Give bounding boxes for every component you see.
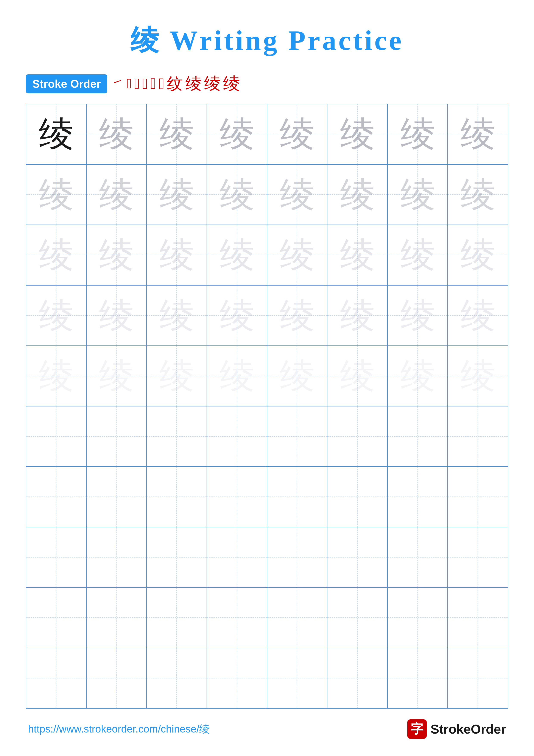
grid-cell-7-8[interactable]	[448, 467, 508, 527]
grid-cell-9-4[interactable]	[207, 588, 267, 648]
grid-cell-10-5[interactable]	[267, 648, 328, 708]
grid-cell-8-7[interactable]	[388, 527, 448, 587]
grid-cell-9-3[interactable]	[147, 588, 207, 648]
grid-cell-7-1[interactable]	[26, 467, 87, 527]
grid-cell-5-5[interactable]: 绫	[267, 346, 328, 406]
grid-cell-3-6[interactable]: 绫	[327, 225, 388, 285]
grid-cell-5-4[interactable]: 绫	[207, 346, 267, 406]
grid-cell-2-3[interactable]: 绫	[147, 165, 207, 225]
grid-row-8	[26, 527, 508, 588]
grid-cell-6-2[interactable]	[87, 406, 147, 467]
grid-cell-8-2[interactable]	[87, 527, 147, 587]
grid-cell-6-5[interactable]	[267, 406, 328, 467]
stroke-char-6: 𠃉	[159, 75, 165, 93]
grid-cell-5-3[interactable]: 绫	[147, 346, 207, 406]
grid-cell-10-7[interactable]	[388, 648, 448, 708]
grid-cell-7-2[interactable]	[87, 467, 147, 527]
grid-cell-4-5[interactable]: 绫	[267, 285, 328, 346]
brand-icon: 字	[407, 719, 427, 739]
grid-cell-8-8[interactable]	[448, 527, 508, 587]
grid-row-2: 绫 绫 绫 绫 绫 绫 绫 绫	[26, 165, 508, 225]
grid-cell-1-7[interactable]: 绫	[388, 104, 448, 164]
grid-cell-4-2[interactable]: 绫	[87, 285, 147, 346]
footer: https://www.strokeorder.com/chinese/绫 字 …	[26, 719, 508, 739]
grid-cell-5-8[interactable]: 绫	[448, 346, 508, 406]
grid-cell-1-3[interactable]: 绫	[147, 104, 207, 164]
grid-cell-7-4[interactable]	[207, 467, 267, 527]
grid-cell-3-7[interactable]: 绫	[388, 225, 448, 285]
grid-cell-2-2[interactable]: 绫	[87, 165, 147, 225]
grid-cell-1-6[interactable]: 绫	[327, 104, 388, 164]
grid-cell-1-4[interactable]: 绫	[207, 104, 267, 164]
grid-cell-8-5[interactable]	[267, 527, 328, 587]
grid-cell-10-8[interactable]	[448, 648, 508, 708]
grid-cell-9-2[interactable]	[87, 588, 147, 648]
grid-cell-3-8[interactable]: 绫	[448, 225, 508, 285]
grid-row-3: 绫 绫 绫 绫 绫 绫 绫 绫	[26, 225, 508, 285]
grid-cell-3-5[interactable]: 绫	[267, 225, 328, 285]
grid-cell-6-7[interactable]	[388, 406, 448, 467]
page-title: 绫 Writing Practice	[131, 21, 404, 60]
grid-cell-5-6[interactable]: 绫	[327, 346, 388, 406]
stroke-char-8: 绫	[186, 73, 202, 94]
grid-cell-9-1[interactable]	[26, 588, 87, 648]
grid-cell-4-7[interactable]: 绫	[388, 285, 448, 346]
stroke-char-2: 𠃋	[127, 76, 132, 92]
grid-cell-2-7[interactable]: 绫	[388, 165, 448, 225]
grid-cell-7-3[interactable]	[147, 467, 207, 527]
grid-cell-2-1[interactable]: 绫	[26, 165, 87, 225]
grid-cell-8-3[interactable]	[147, 527, 207, 587]
grid-cell-9-6[interactable]	[327, 588, 388, 648]
grid-cell-4-4[interactable]: 绫	[207, 285, 267, 346]
grid-cell-9-7[interactable]	[388, 588, 448, 648]
grid-cell-7-7[interactable]	[388, 467, 448, 527]
grid-row-6	[26, 406, 508, 467]
grid-cell-2-4[interactable]: 绫	[207, 165, 267, 225]
grid-cell-10-6[interactable]	[327, 648, 388, 708]
grid-cell-10-2[interactable]	[87, 648, 147, 708]
practice-grid: 绫 绫 绫 绫 绫 绫 绫 绫	[26, 104, 508, 709]
grid-cell-2-6[interactable]: 绫	[327, 165, 388, 225]
grid-cell-2-5[interactable]: 绫	[267, 165, 328, 225]
footer-brand: 字 StrokeOrder	[407, 719, 506, 739]
grid-cell-3-4[interactable]: 绫	[207, 225, 267, 285]
footer-url[interactable]: https://www.strokeorder.com/chinese/绫	[28, 722, 210, 736]
grid-cell-2-8[interactable]: 绫	[448, 165, 508, 225]
grid-cell-7-5[interactable]	[267, 467, 328, 527]
page-container: 绫 Writing Practice Stroke Order ㇀ 𠃋 𠄋 𠃋 …	[0, 0, 534, 756]
grid-cell-10-3[interactable]	[147, 648, 207, 708]
grid-cell-1-5[interactable]: 绫	[267, 104, 328, 164]
grid-cell-6-6[interactable]	[327, 406, 388, 467]
grid-row-10	[26, 648, 508, 708]
grid-cell-1-2[interactable]: 绫	[87, 104, 147, 164]
grid-cell-4-1[interactable]: 绫	[26, 285, 87, 346]
grid-row-1: 绫 绫 绫 绫 绫 绫 绫 绫	[26, 104, 508, 165]
grid-cell-10-4[interactable]	[207, 648, 267, 708]
grid-cell-10-1[interactable]	[26, 648, 87, 708]
grid-cell-6-4[interactable]	[207, 406, 267, 467]
grid-cell-4-8[interactable]: 绫	[448, 285, 508, 346]
grid-cell-1-1[interactable]: 绫	[26, 104, 87, 164]
grid-cell-3-2[interactable]: 绫	[87, 225, 147, 285]
grid-cell-6-1[interactable]	[26, 406, 87, 467]
grid-cell-6-3[interactable]	[147, 406, 207, 467]
grid-cell-7-6[interactable]	[327, 467, 388, 527]
grid-cell-3-3[interactable]: 绫	[147, 225, 207, 285]
grid-row-5: 绫 绫 绫 绫 绫 绫 绫 绫	[26, 346, 508, 406]
grid-cell-5-7[interactable]: 绫	[388, 346, 448, 406]
grid-cell-6-8[interactable]	[448, 406, 508, 467]
grid-cell-4-6[interactable]: 绫	[327, 285, 388, 346]
stroke-char-3: 𠄋	[135, 75, 140, 92]
grid-cell-5-2[interactable]: 绫	[87, 346, 147, 406]
grid-cell-1-8[interactable]: 绫	[448, 104, 508, 164]
grid-cell-9-8[interactable]	[448, 588, 508, 648]
grid-cell-3-1[interactable]: 绫	[26, 225, 87, 285]
brand-name: StrokeOrder	[431, 722, 506, 737]
grid-cell-8-1[interactable]	[26, 527, 87, 587]
stroke-char-1: ㇀	[111, 75, 124, 93]
grid-cell-4-3[interactable]: 绫	[147, 285, 207, 346]
grid-cell-5-1[interactable]: 绫	[26, 346, 87, 406]
grid-cell-8-4[interactable]	[207, 527, 267, 587]
grid-cell-8-6[interactable]	[327, 527, 388, 587]
grid-cell-9-5[interactable]	[267, 588, 328, 648]
